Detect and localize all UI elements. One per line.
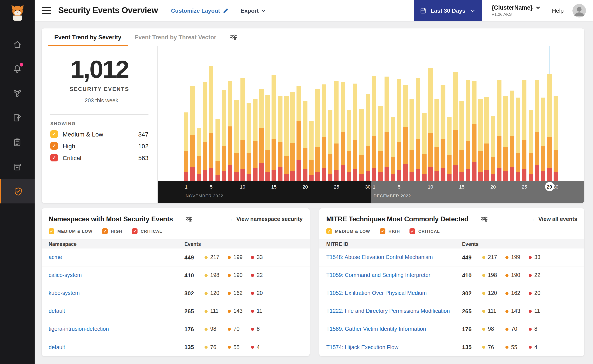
chart-bar[interactable] (453, 72, 458, 181)
namespace-link[interactable]: acme (49, 254, 184, 260)
severity-toggle-medium[interactable]: ✓Medium & Low347 (50, 130, 148, 138)
chart-bar[interactable] (472, 81, 477, 181)
severity-toggle-high[interactable]: ✓High102 (50, 142, 148, 150)
chart-bar[interactable] (228, 81, 232, 181)
chart-bar[interactable] (503, 96, 508, 181)
chart-bar[interactable] (441, 85, 445, 181)
chart-bar[interactable] (397, 79, 401, 181)
chart-bar[interactable] (384, 77, 389, 181)
customize-layout-button[interactable]: Customize Layout (171, 7, 228, 14)
view-all-events-link[interactable]: → View all events (529, 216, 577, 222)
chart-bar[interactable] (297, 86, 301, 181)
sidebar-item-threat-defense[interactable] (0, 179, 35, 203)
sidebar-item-policies[interactable] (0, 105, 35, 130)
chart-bar[interactable] (409, 99, 414, 181)
chart-bar[interactable] (234, 100, 239, 181)
checkbox-checked-icon[interactable]: ✓ (50, 130, 58, 138)
chart-bar[interactable] (184, 112, 188, 181)
mitre-technique-link[interactable]: T1052: Exfiltration Over Physical Medium (326, 290, 462, 296)
cluster-selector[interactable]: {ClusterName} V1.26 AKS (492, 4, 541, 17)
mitre-technique-link[interactable]: T1059: Command and Scripting Interpreter (326, 272, 462, 278)
chart-bar[interactable] (522, 79, 527, 181)
chart-bar[interactable] (203, 82, 207, 181)
chart-bar[interactable] (247, 103, 251, 181)
checkbox-checked-icon[interactable]: ✓ (50, 154, 58, 162)
tab-event-trend-by-threat-vector[interactable]: Event Trend by Threat Vector (128, 28, 223, 46)
chart-bar[interactable] (466, 79, 470, 181)
chart-bar[interactable] (303, 101, 307, 181)
checkbox-checked-icon[interactable]: ✓ (132, 228, 138, 234)
chart-bar[interactable] (328, 110, 333, 181)
sidebar-item-alerts[interactable] (0, 56, 35, 81)
chart-bar[interactable] (190, 86, 195, 181)
chart-bar[interactable] (547, 74, 552, 181)
checkbox-checked-icon[interactable]: ✓ (50, 142, 58, 150)
chart-bar[interactable] (265, 95, 270, 181)
chart-bar[interactable] (434, 99, 439, 181)
chart-bar[interactable] (278, 96, 282, 181)
mitre-technique-link[interactable]: T1574: Hijack Execution Flow (326, 344, 462, 350)
checkbox-checked-icon[interactable]: ✓ (409, 228, 415, 234)
checkbox-checked-icon[interactable]: ✓ (49, 228, 54, 234)
chart-bar[interactable] (497, 79, 502, 181)
chart-bar[interactable] (359, 109, 364, 181)
namespace-link[interactable]: kube-system (49, 290, 184, 296)
chart-bar[interactable] (378, 106, 383, 181)
chart-bar[interactable] (391, 117, 395, 181)
sidebar-item-compliance[interactable] (0, 130, 35, 155)
chart-bar[interactable] (322, 84, 326, 181)
chart-bar[interactable] (485, 97, 489, 181)
chart-bar[interactable] (259, 89, 264, 181)
filter-critical[interactable]: ✓CRITICAL (409, 228, 440, 234)
chart-bar[interactable] (309, 121, 314, 181)
chart-bar[interactable] (253, 99, 258, 181)
chart-bar[interactable] (372, 76, 376, 181)
help-link[interactable]: Help (552, 7, 564, 14)
chart-bar[interactable] (510, 91, 514, 181)
filter-high[interactable]: ✓HIGH (102, 228, 122, 234)
checkbox-checked-icon[interactable]: ✓ (380, 228, 385, 234)
chart-bar[interactable] (290, 92, 295, 181)
chart-settings-button[interactable] (230, 33, 237, 41)
selected-day-badge[interactable]: 29 (545, 182, 554, 191)
namespace-link[interactable]: default (49, 344, 184, 350)
date-range-button[interactable]: Last 30 Days (414, 0, 482, 21)
tab-event-trend-by-severity[interactable]: Event Trend by Severity (48, 28, 128, 46)
view-namespace-security-link[interactable]: → View namespace security (227, 216, 303, 222)
chart-bar[interactable] (541, 98, 546, 181)
chart-bar[interactable] (240, 78, 245, 181)
namespaces-settings-button[interactable] (185, 215, 193, 223)
chart-bar[interactable] (516, 98, 520, 181)
chart-bar[interactable] (366, 93, 370, 181)
chart-bar[interactable] (353, 84, 358, 181)
chart-bar[interactable] (528, 110, 533, 181)
mitre-settings-button[interactable] (481, 215, 488, 223)
chart-bar[interactable] (316, 89, 320, 181)
filter-high[interactable]: ✓HIGH (380, 228, 400, 234)
tigera-cat-logo[interactable] (8, 4, 27, 23)
chart-bar[interactable] (272, 75, 276, 181)
checkbox-checked-icon[interactable]: ✓ (102, 228, 108, 234)
namespace-link[interactable]: calico-system (49, 272, 184, 278)
sidebar-item-image-assurance[interactable] (0, 155, 35, 179)
export-dropdown[interactable]: Export (241, 7, 266, 14)
namespace-link[interactable]: tigera-intrusion-detection (49, 326, 184, 332)
chart-bar[interactable] (340, 82, 345, 181)
mitre-technique-link[interactable]: T1589: Gather Victim Identity Informatio… (326, 326, 462, 332)
chart-bar[interactable] (196, 128, 201, 181)
chart-bar[interactable] (428, 68, 433, 181)
chart-bar[interactable] (491, 116, 495, 181)
chart-bar[interactable] (334, 82, 339, 181)
checkbox-checked-icon[interactable]: ✓ (326, 228, 332, 234)
chart-bar[interactable] (209, 66, 213, 181)
chart-bar[interactable] (403, 85, 408, 181)
chart-bar[interactable] (284, 96, 289, 181)
mitre-technique-link[interactable]: T1548: Abuse Elevation Control Mechanism (326, 254, 462, 260)
chart-bar[interactable] (478, 99, 483, 181)
filter-medium[interactable]: ✓MEDIUM & LOW (49, 228, 93, 234)
chart-bar[interactable] (215, 119, 220, 181)
user-avatar[interactable] (573, 4, 586, 17)
sidebar-item-home[interactable] (0, 32, 35, 56)
chart-bar[interactable] (347, 110, 352, 181)
severity-toggle-critical[interactable]: ✓Critical563 (50, 154, 148, 162)
